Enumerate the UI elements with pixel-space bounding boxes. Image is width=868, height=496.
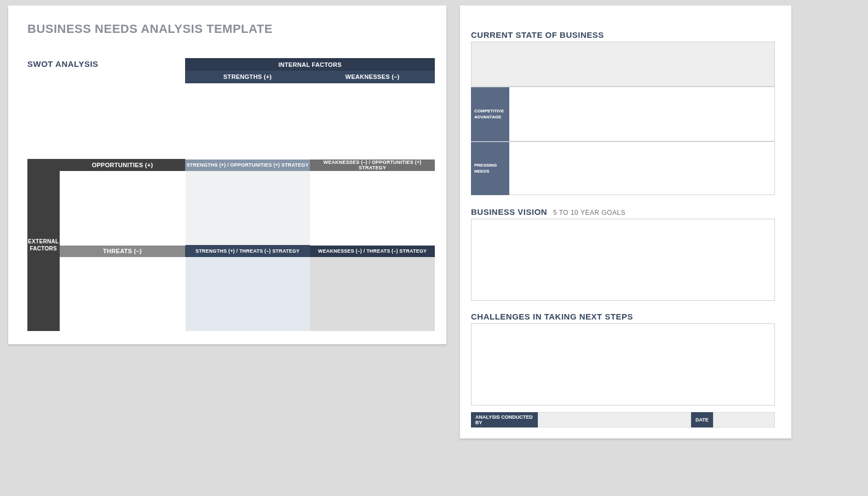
- st-strategy-header: STRENGTHS (+) / THREATS (–) STRATEGY: [185, 245, 310, 257]
- business-vision-text: BUSINESS VISION: [471, 207, 547, 216]
- current-state-box[interactable]: [471, 42, 775, 87]
- competitive-advantage-label: COMPETITIVE ADVANTAGE: [471, 87, 509, 141]
- pressing-needs-cell[interactable]: [509, 141, 775, 195]
- challenges-box[interactable]: [471, 323, 775, 406]
- date-field[interactable]: [713, 412, 775, 427]
- pressing-needs-label: PRESSING NEEDS: [471, 141, 509, 195]
- so-strategy-cell[interactable]: [185, 171, 310, 245]
- internal-factors-header: INTERNAL FACTORS: [185, 58, 435, 71]
- strengths-cell[interactable]: [185, 83, 310, 159]
- left-panel: BUSINESS NEEDS ANALYSIS TEMPLATE SWOT AN…: [8, 5, 446, 344]
- right-panel: CURRENT STATE OF BUSINESS COMPETITIVE AD…: [460, 5, 791, 438]
- document-title: BUSINESS NEEDS ANALYSIS TEMPLATE: [27, 22, 433, 36]
- wt-strategy-header: WEAKNESSES (–) / THREATS (–) STRATEGY: [310, 245, 435, 257]
- competitive-advantage-cell[interactable]: [509, 87, 775, 141]
- weaknesses-header: WEAKNESSES (–): [310, 71, 435, 83]
- swot-section-label: SWOT ANALYSIS: [27, 59, 99, 69]
- footer-row: ANALYSIS CONDUCTED BY DATE: [471, 412, 775, 427]
- business-vision-sub: 5 TO 10 YEAR GOALS: [553, 209, 625, 216]
- business-vision-box[interactable]: [471, 219, 775, 301]
- challenges-title: CHALLENGES IN TAKING NEXT STEPS: [471, 312, 780, 321]
- opportunities-header: OPPORTUNITIES (+): [60, 159, 185, 171]
- strengths-header: STRENGTHS (+): [185, 71, 310, 83]
- current-state-title: CURRENT STATE OF BUSINESS: [471, 30, 780, 39]
- wo-strategy-header: WEAKNESSES (–) / OPPORTUNITIES (+) STRAT…: [310, 159, 435, 171]
- weaknesses-cell[interactable]: [310, 83, 435, 159]
- threats-header: THREATS (–): [60, 245, 185, 257]
- swot-table: SWOT ANALYSIS INTERNAL FACTORS STRENGTHS…: [27, 58, 435, 332]
- business-vision-title: BUSINESS VISION 5 TO 10 YEAR GOALS: [471, 207, 780, 216]
- threats-cell[interactable]: [60, 257, 185, 331]
- wo-strategy-cell[interactable]: [310, 171, 435, 245]
- external-factors-label: EXTERNAL FACTORS: [27, 159, 60, 331]
- opportunities-cell[interactable]: [60, 171, 185, 245]
- st-strategy-cell[interactable]: [185, 257, 310, 331]
- wt-strategy-cell[interactable]: [310, 257, 435, 331]
- so-strategy-header: STRENGTHS (+) / OPPORTUNITIES (+) STRATE…: [185, 159, 310, 171]
- external-factors-text: EXTERNAL FACTORS: [27, 238, 60, 252]
- date-label: DATE: [691, 412, 713, 427]
- conducted-by-field[interactable]: [538, 412, 691, 427]
- conducted-by-label: ANALYSIS CONDUCTED BY: [471, 412, 538, 427]
